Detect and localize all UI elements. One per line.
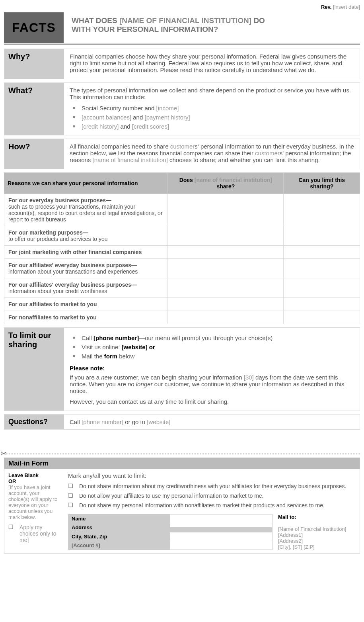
table-row: For joint marketing with other financial… [4,246,360,259]
city-state-zip-field[interactable] [170,532,272,541]
header-question: WHAT DOES [NAME OF FINANCIAL INSTITUTION… [64,12,360,43]
address-table: Name Address City, State, Zip [Account #… [68,514,272,550]
table-row: For our marketing purposes—to offer our … [4,226,360,246]
limit-row: To limit our sharing Call [phone number]… [4,327,360,411]
apply-only-me-checkbox[interactable]: Apply my choices only to me] [8,522,60,545]
cut-line [4,454,360,454]
limit-label: To limit our sharing [4,328,64,411]
what-label: What? [4,83,64,135]
facts-badge: FACTS [4,12,64,43]
revision-line: Rev. [insert date] [0,4,364,12]
limit-text: Call [phone number]—our menu will prompt… [64,328,360,411]
name-field[interactable] [170,514,272,523]
what-row: What? The types of personal information … [4,82,360,135]
reasons-table: Reasons we can share your personal infor… [4,172,360,324]
opt-out-affiliates-market-checkbox[interactable]: Do not allow your affiliates to use my p… [68,491,356,501]
how-row: How? All financial companies need to sha… [4,139,360,169]
address-field-1[interactable] [170,523,272,528]
mif-right: Mark any/all you want to limit: Do not s… [64,469,360,553]
th-share: Does [name of financial institution] sha… [168,173,284,194]
how-text: All financial companies need to share cu… [64,139,360,169]
opt-out-creditworthiness-checkbox[interactable]: Do not share information about my credit… [68,481,356,491]
header: FACTS WHAT DOES [NAME OF FINANCIAL INSTI… [4,12,360,45]
why-row: Why? Financial companies choose how they… [4,49,360,79]
table-row: For our affiliates' everyday business pu… [4,259,360,278]
what-text: The types of personal information we col… [64,83,360,135]
questions-row: Questions? Call [phone number] or go to … [4,414,360,430]
table-row: For our affiliates to market to you [4,298,360,311]
mail-to: Mail to: [Name of Financial Institution]… [272,514,356,550]
opt-out-nonaffiliates-checkbox[interactable]: Do not share my personal information wit… [68,501,356,510]
th-limit: Can you limit this sharing? [284,173,360,194]
th-reasons: Reasons we can share your personal infor… [4,173,168,194]
table-row: For our everyday business purposes—such … [4,194,360,226]
mail-in-form: Mail-in Form Leave Blank OR [If you have… [4,458,360,554]
address-field-2[interactable] [170,528,272,532]
how-label: How? [4,139,64,169]
table-row: For nonaffiliates to market to you [4,311,360,324]
account-field[interactable] [170,541,272,550]
mif-header: Mail-in Form [4,458,360,469]
mif-left: Leave Blank OR [If you have a joint acco… [4,469,64,553]
questions-text: Call [phone number] or go to [website] [64,415,360,429]
why-label: Why? [4,49,64,79]
why-text: Financial companies choose how they shar… [64,49,360,79]
questions-label: Questions? [4,415,64,429]
table-row: For our affiliates' everyday business pu… [4,278,360,298]
